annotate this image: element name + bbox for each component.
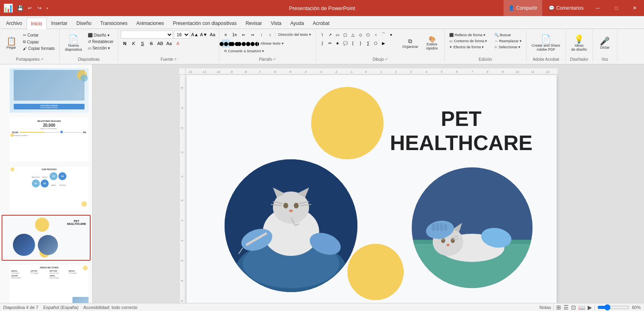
- comment-icon: 💬: [549, 5, 555, 11]
- tab-archivo[interactable]: Archivo: [2, 17, 27, 29]
- bold-button[interactable]: N: [121, 39, 129, 47]
- char-spacing-button[interactable]: Aa: [165, 39, 173, 47]
- shape-diamond-button[interactable]: ◇: [357, 31, 365, 39]
- tab-revisar[interactable]: Revisar: [241, 17, 266, 29]
- qat-save-button[interactable]: 💾: [16, 4, 25, 12]
- shape-rect-button[interactable]: ▭: [334, 31, 342, 39]
- qat-redo-button[interactable]: ↪: [35, 4, 44, 12]
- tab-insertar[interactable]: Insertar: [47, 17, 72, 29]
- font-size-select[interactable]: 16: [174, 31, 190, 39]
- ideas-icon: 💡: [574, 35, 584, 43]
- fuente-expand[interactable]: ↗: [174, 58, 177, 61]
- svg-rect-42: [444, 224, 447, 231]
- maximize-button[interactable]: □: [607, 0, 625, 16]
- dictate-button[interactable]: 🎤 Dictar: [595, 31, 615, 56]
- outline-button[interactable]: ▭ Contorno de forma ▾: [447, 38, 489, 44]
- shape-star-button[interactable]: ★: [334, 39, 342, 47]
- shape-pentagon-button[interactable]: ⬠: [364, 31, 372, 39]
- shape-rounded-button[interactable]: ▢: [341, 31, 349, 39]
- view-reading-button[interactable]: 📖: [578, 304, 585, 311]
- shape-circle-button[interactable]: ○: [372, 31, 380, 39]
- view-normal-button[interactable]: ⊞: [556, 304, 561, 311]
- copy-button[interactable]: ⧉ Copiar: [21, 39, 57, 45]
- align-text-button[interactable]: Alinear texto ▾: [258, 41, 286, 46]
- arrange-button[interactable]: ⧉ Organizar: [400, 31, 421, 56]
- tab-transiciones[interactable]: Transiciones: [96, 17, 132, 29]
- view-sorter-button[interactable]: ⊡: [571, 304, 576, 311]
- increase-font-button[interactable]: A▲: [191, 31, 199, 39]
- find-button[interactable]: 🔍 Buscar: [492, 32, 524, 38]
- columns-button[interactable]: ⫶: [257, 31, 265, 39]
- tab-animaciones[interactable]: Animaciones: [132, 17, 169, 29]
- shapes-more-button[interactable]: ▾: [387, 31, 395, 39]
- numbering-button[interactable]: 1≡: [231, 31, 239, 39]
- ribbon-group-adobe: 📄 Create and ShareAdobe PDF Adobe Acroba…: [526, 30, 566, 62]
- create-pdf-button[interactable]: 📄 Create and ShareAdobe PDF: [529, 31, 563, 56]
- share-button[interactable]: 👤 Compartir: [504, 0, 542, 16]
- font-family-select[interactable]: [121, 31, 173, 39]
- view-outline-button[interactable]: ☰: [564, 304, 569, 311]
- view-slideshow-button[interactable]: ▶: [588, 304, 592, 311]
- tab-presentacion[interactable]: Presentación con diapositivas: [168, 17, 241, 29]
- tab-diseno[interactable]: Diseño: [72, 17, 96, 29]
- shape-arrow-button[interactable]: ↗: [326, 31, 334, 39]
- shape-equation-button[interactable]: ∑: [364, 39, 372, 47]
- shape-brace-button[interactable]: }: [357, 39, 365, 47]
- new-slide-button[interactable]: 📄 Nuevadiapositiva: [62, 31, 85, 56]
- replace-button[interactable]: ↔ Reemplazar ▾: [492, 38, 524, 44]
- slide-thumb-3[interactable]: 3 OUR PROCESS MERCURY 01 VENUS: [2, 166, 91, 212]
- zoom-slider[interactable]: [597, 304, 630, 311]
- design-ideas-button[interactable]: 💡 Ideas de diseño: [568, 31, 590, 56]
- shape-callout-button[interactable]: 💬: [341, 39, 349, 47]
- portapapeles-expand[interactable]: ↗: [41, 58, 43, 61]
- select-button[interactable]: ⊹ Seleccionar ▾: [492, 44, 524, 50]
- italic-button[interactable]: K: [130, 39, 138, 47]
- convert-smartart-button[interactable]: ⟲ Convertir a SmartArt ▾: [222, 48, 266, 54]
- shape-action-button[interactable]: ▶: [380, 39, 388, 47]
- underline-button[interactable]: S: [138, 39, 147, 47]
- tab-ayuda[interactable]: Ayuda: [286, 17, 308, 29]
- notes-button[interactable]: Notas: [539, 305, 551, 310]
- bullets-button[interactable]: ≡: [222, 31, 230, 39]
- shape-bracket-button[interactable]: {: [349, 39, 357, 47]
- shape-arc-button[interactable]: ⌒: [380, 31, 388, 39]
- shape-triangle-button[interactable]: △: [349, 31, 357, 39]
- layout-button[interactable]: ⬛ Diseño ▾: [86, 32, 116, 38]
- paste-button[interactable]: 📋 Pegar: [2, 31, 20, 56]
- qat-undo-button[interactable]: ↩: [25, 4, 34, 12]
- slide-thumb-2[interactable]: 2 MILESTONES REACHED 20,000 Play is so s…: [2, 117, 91, 163]
- cut-button[interactable]: ✂ Cortar: [21, 32, 57, 38]
- text-direction-button[interactable]: Dirección del texto ▾: [276, 32, 313, 37]
- align-left-button[interactable]: ⬤⬤⬤: [222, 39, 230, 47]
- svg-point-9: [294, 203, 299, 208]
- section-button[interactable]: ▭ Sección ▾: [86, 45, 116, 51]
- line-spacing-button[interactable]: ↕: [266, 31, 274, 39]
- reset-button[interactable]: ↺ Restablecer: [86, 39, 116, 45]
- justify-button[interactable]: ⬤⬤⬤: [248, 39, 256, 47]
- format-painter-button[interactable]: 🖌 Copiar formato: [21, 45, 57, 51]
- font-color-button[interactable]: A: [174, 39, 182, 47]
- shape-line-button[interactable]: \: [318, 31, 326, 39]
- indent-more-button[interactable]: ⇒: [248, 31, 256, 39]
- shadow-button[interactable]: AB: [156, 39, 164, 47]
- shape-freeform-button[interactable]: ✏: [326, 39, 334, 47]
- tab-inicio[interactable]: Inicio: [27, 18, 47, 29]
- indent-less-button[interactable]: ⇐: [239, 31, 248, 39]
- quick-styles-button[interactable]: 🎨 Estilosrápidos: [422, 31, 442, 56]
- slide-thumb-1[interactable]: 1 A PICTURE IS WORTH A THOUSAND WORDS: [2, 68, 91, 113]
- dibujo-expand[interactable]: ↗: [385, 58, 388, 61]
- shape-flow-button[interactable]: ⬡: [372, 39, 380, 47]
- close-button[interactable]: ✕: [625, 0, 644, 16]
- tab-acrobat[interactable]: Acrobat: [308, 17, 334, 29]
- comments-button[interactable]: 💬 Comentarios: [544, 0, 588, 16]
- slide-thumb-4[interactable]: 4 PET HEALTHCARE: [2, 215, 91, 261]
- shape-curve-button[interactable]: ∫: [318, 39, 326, 47]
- minimize-button[interactable]: ─: [588, 0, 607, 16]
- tab-vista[interactable]: Vista: [266, 17, 286, 29]
- parrafo-expand[interactable]: ↗: [273, 58, 276, 61]
- strikethrough-button[interactable]: S: [147, 39, 155, 47]
- fill-color-button[interactable]: ⬛ Relleno de forma ▾: [447, 32, 489, 38]
- decrease-font-button[interactable]: A▼: [200, 31, 208, 39]
- effects-button[interactable]: ✦ Efectos de forma ▾: [447, 44, 489, 50]
- clear-formatting-button[interactable]: Aa: [208, 31, 217, 39]
